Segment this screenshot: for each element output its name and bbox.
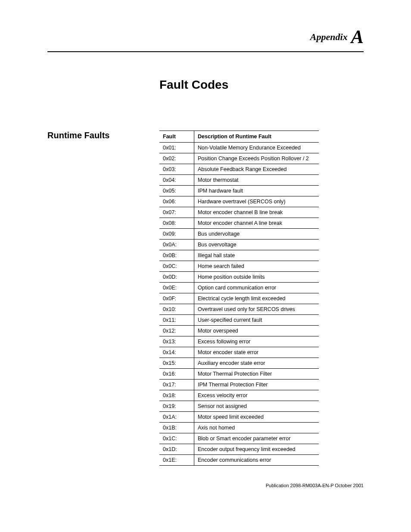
table-row: 0x04:Motor thermostat [159, 175, 319, 186]
content-row: Runtime Faults Fault Description of Runt… [47, 131, 364, 466]
fault-code: 0x11: [159, 315, 194, 326]
fault-description: Bus overvoltage [194, 240, 319, 250]
table-row: 0x0E:Option card communication error [159, 283, 319, 293]
fault-description: Illegal hall state [194, 250, 319, 261]
fault-code: 0x19: [159, 401, 194, 412]
fault-description: Motor encoder channel B line break [194, 207, 319, 218]
fault-description: Blob or Smart encoder parameter error [194, 433, 319, 444]
table-row: 0x0A:Bus overvoltage [159, 240, 319, 250]
table-row: 0x09:Bus undervoltage [159, 229, 319, 240]
fault-code: 0x0C: [159, 261, 194, 272]
fault-description: Auxiliary encoder state error [194, 358, 319, 369]
table-row: 0x0C:Home search failed [159, 261, 319, 272]
table-row: 0x0B:Illegal hall state [159, 250, 319, 261]
table-row: 0x01:Non-Volatile Memory Endurance Excee… [159, 143, 319, 153]
table-row: 0x1D:Encoder output frequency limit exce… [159, 444, 319, 455]
appendix-letter: A [351, 26, 364, 47]
table-row: 0x08:Motor encoder channel A line break [159, 218, 319, 229]
fault-description: Electrical cycle length limit exceeded [194, 293, 319, 304]
fault-description: Motor encoder channel A line break [194, 218, 319, 229]
fault-code: 0x05: [159, 186, 194, 196]
table-row: 0x02:Position Change Exceeds Position Ro… [159, 153, 319, 164]
fault-description: Absolute Feedback Range Exceeded [194, 164, 319, 175]
fault-code: 0x1D: [159, 444, 194, 455]
table-row: 0x1E:Encoder communications error [159, 455, 319, 466]
table-row: 0x12:Motor overspeed [159, 326, 319, 336]
fault-description: Encoder communications error [194, 455, 319, 466]
fault-code: 0x0A: [159, 240, 194, 250]
table-row: 0x18:Excess velocity error [159, 390, 319, 401]
fault-description: Encoder output frequency limit exceeded [194, 444, 319, 455]
fault-description: Home search failed [194, 261, 319, 272]
table-row: 0x19:Sensor not assigned [159, 401, 319, 412]
table-row: 0x16:Motor Thermal Protection Filter [159, 369, 319, 380]
section-heading: Runtime Faults [47, 131, 159, 140]
header-rule [47, 51, 364, 52]
table-header-desc: Description of Runtime Fault [194, 131, 319, 143]
table-row: 0x10:Overtravel used only for SERCOS dri… [159, 304, 319, 315]
fault-description: Bus undervoltage [194, 229, 319, 240]
fault-code: 0x08: [159, 218, 194, 229]
table-row: 0x14:Motor encoder state error [159, 347, 319, 358]
fault-code: 0x1C: [159, 433, 194, 444]
fault-code: 0x15: [159, 358, 194, 369]
fault-code: 0x10: [159, 304, 194, 315]
fault-description: Home position outside limits [194, 272, 319, 283]
fault-description: IPM hardware fault [194, 186, 319, 196]
fault-table: Fault Description of Runtime Fault 0x01:… [159, 131, 319, 466]
fault-code: 0x0E: [159, 283, 194, 293]
fault-code: 0x06: [159, 196, 194, 207]
fault-code: 0x09: [159, 229, 194, 240]
fault-description: Overtravel used only for SERCOS drives [194, 304, 319, 315]
fault-description: Motor speed limit exceeded [194, 412, 319, 423]
table-row: 0x15:Auxiliary encoder state error [159, 358, 319, 369]
fault-description: Motor thermostat [194, 175, 319, 186]
fault-description: Motor overspeed [194, 326, 319, 336]
table-row: 0x13:Excess following error [159, 336, 319, 347]
table-row: 0x03:Absolute Feedback Range Exceeded [159, 164, 319, 175]
fault-description: Motor encoder state error [194, 347, 319, 358]
fault-code: 0x02: [159, 153, 194, 164]
table-row: 0x1B:Axis not homed [159, 423, 319, 433]
fault-description: User-specified current fault [194, 315, 319, 326]
fault-description: Non-Volatile Memory Endurance Exceeded [194, 143, 319, 153]
fault-description: Sensor not assigned [194, 401, 319, 412]
fault-code: 0x16: [159, 369, 194, 380]
table-row: 0x1A:Motor speed limit exceeded [159, 412, 319, 423]
page: Appendix A Fault Codes Runtime Faults Fa… [0, 0, 411, 505]
fault-code: 0x07: [159, 207, 194, 218]
fault-code: 0x03: [159, 164, 194, 175]
table-header-fault: Fault [159, 131, 194, 143]
fault-code: 0x0D: [159, 272, 194, 283]
fault-code: 0x1A: [159, 412, 194, 423]
fault-code: 0x17: [159, 380, 194, 390]
fault-code: 0x13: [159, 336, 194, 347]
table-row: 0x11:User-specified current fault [159, 315, 319, 326]
fault-description: Axis not homed [194, 423, 319, 433]
table-row: 0x1C:Blob or Smart encoder parameter err… [159, 433, 319, 444]
fault-code: 0x0F: [159, 293, 194, 304]
fault-code: 0x0B: [159, 250, 194, 261]
fault-code: 0x12: [159, 326, 194, 336]
appendix-label: Appendix [310, 31, 348, 42]
fault-description: Option card communication error [194, 283, 319, 293]
fault-code: 0x04: [159, 175, 194, 186]
fault-description: Hardware overtravel (SERCOS only) [194, 196, 319, 207]
table-row: 0x0F:Electrical cycle length limit excee… [159, 293, 319, 304]
appendix-header: Appendix A [47, 26, 364, 48]
page-footer: Publication 2098-RM003A-EN-P October 200… [47, 483, 364, 488]
fault-code: 0x18: [159, 390, 194, 401]
table-row: 0x07:Motor encoder channel B line break [159, 207, 319, 218]
table-row: 0x0D:Home position outside limits [159, 272, 319, 283]
table-row: 0x17:IPM Thermal Protection Filter [159, 380, 319, 390]
table-header-row: Fault Description of Runtime Fault [159, 131, 319, 143]
page-title: Fault Codes [159, 78, 364, 92]
fault-description: Motor Thermal Protection Filter [194, 369, 319, 380]
fault-code: 0x1E: [159, 455, 194, 466]
fault-code: 0x1B: [159, 423, 194, 433]
fault-description: Excess velocity error [194, 390, 319, 401]
fault-description: IPM Thermal Protection Filter [194, 380, 319, 390]
table-row: 0x06:Hardware overtravel (SERCOS only) [159, 196, 319, 207]
table-row: 0x05:IPM hardware fault [159, 186, 319, 196]
fault-description: Excess following error [194, 336, 319, 347]
